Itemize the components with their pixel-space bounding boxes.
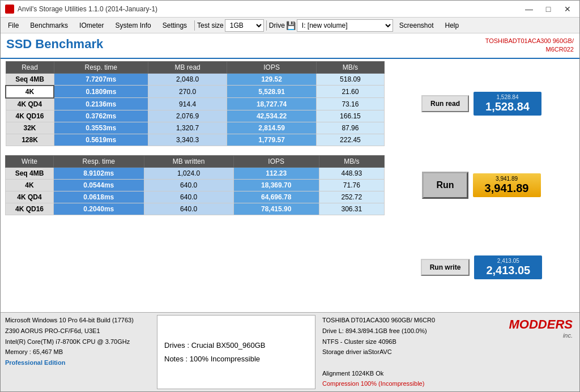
mb-written: 1,024.0: [144, 167, 233, 179]
sr-line7: Compression 100% (Incompressible): [322, 378, 502, 389]
mb-written: 640.0: [144, 179, 233, 191]
status-left: Microsoft Windows 10 Pro 64-bit Build (1…: [5, 315, 152, 389]
device-line2: M6CR022: [545, 46, 574, 53]
testsize-select[interactable]: 1GB 512MB 2GB 4GB: [225, 19, 264, 32]
sr-line3: NTFS - Cluster size 4096B: [322, 336, 502, 347]
table-row: Seq 4MB7.7207ms2,048.0129.52518.09: [6, 73, 385, 86]
mbs: 73.16: [316, 98, 384, 110]
maximize-button[interactable]: □: [541, 3, 556, 15]
mbs: 252.72: [319, 191, 384, 203]
title-bar: Anvil's Storage Utilities 1.1.0 (2014-Ja…: [1, 1, 579, 18]
write-score-small: 2,413.05: [480, 258, 536, 264]
row-label: 4K QD16: [6, 203, 54, 215]
pro-edition-label: Professional Edition: [5, 357, 152, 368]
run-button[interactable]: Run: [422, 172, 468, 199]
table-row: 4K QD40.2136ms914.418,727.7473.16: [6, 98, 385, 110]
testsize-label: Test size: [197, 22, 224, 29]
resp-time: 0.0618ms: [54, 191, 144, 203]
resp-time: 8.9102ms: [54, 167, 144, 179]
resp-time: 0.3762ms: [54, 110, 148, 122]
mbs: 71.76: [319, 179, 384, 191]
mb-read: 914.4: [148, 98, 227, 110]
app-icon: [5, 5, 14, 14]
minimize-button[interactable]: —: [522, 3, 536, 15]
modders-logo: MODDERS inc.: [507, 315, 575, 389]
menu-settings[interactable]: Settings: [157, 19, 192, 32]
mbs: 306.31: [319, 203, 384, 215]
status-right: TOSHIBA DT01ACA300 960GB/ M6CR0 Drive L:…: [320, 315, 502, 389]
table-row: 4K QD160.3762ms2,076.942,534.22166.15: [6, 110, 385, 122]
status-bar: Microsoft Windows 10 Pro 64-bit Build (1…: [1, 312, 579, 391]
table-row: 128K0.5619ms3,340.31,779.57222.45: [6, 134, 385, 146]
row-label: 32K: [6, 122, 54, 134]
sr-line4: Storage driver iaStorAVC: [322, 347, 502, 357]
iops: 78,415.90: [233, 203, 319, 215]
mbs: 166.15: [316, 110, 384, 122]
read-col-mb: MB read: [148, 61, 227, 73]
iops: 129.52: [227, 73, 316, 86]
mb-read: 2,076.9: [148, 110, 227, 122]
mb-written: 640.0: [144, 191, 233, 203]
sr-line2: Drive L: 894.3/894.1GB free (100.0%): [322, 326, 502, 336]
title-bar-controls: — □ ✕: [522, 3, 575, 15]
menu-iometer[interactable]: IOmeter: [74, 19, 109, 32]
read-score-box: 1,528.84 1,528.84: [474, 92, 541, 116]
overall-score-small: 3,941.89: [479, 176, 535, 182]
table-row: 4K0.1809ms270.05,528.9121.60: [6, 86, 385, 98]
menu-divider-1: [194, 20, 195, 31]
main-content: SSD Benchmark TOSHIBADT01ACA300 960GB/ M…: [1, 33, 579, 312]
sys-line1: Microsoft Windows 10 Pro 64-bit Build (1…: [5, 315, 152, 326]
menu-divider-2: [266, 20, 267, 31]
iops: 2,814.59: [227, 122, 316, 134]
mbs: 448.93: [319, 167, 384, 179]
write-col-iops: IOPS: [233, 155, 319, 167]
close-button[interactable]: ✕: [560, 3, 575, 15]
read-score-big: 1,528.84: [479, 100, 536, 113]
resp-time: 0.5619ms: [54, 134, 148, 146]
resp-time: 0.2040ms: [54, 203, 144, 215]
read-col-label: Read: [6, 61, 54, 73]
sys-line4: Memory : 65,467 MB: [5, 347, 152, 357]
write-table: Write Resp. time MB written IOPS MB/s Se…: [5, 155, 385, 215]
ssd-header: SSD Benchmark TOSHIBADT01ACA300 960GB/ M…: [1, 33, 579, 59]
right-column: Run read 1,528.84 1,528.84 Run 3,941.89 …: [388, 61, 575, 310]
menu-file[interactable]: File: [3, 19, 24, 32]
row-label: 4K QD16: [6, 110, 54, 122]
resp-time: 0.3553ms: [54, 122, 148, 134]
menu-benchmarks[interactable]: Benchmarks: [25, 19, 73, 32]
mb-written: 640.0: [144, 203, 233, 215]
table-row: 4K QD40.0618ms640.064,696.78252.72: [6, 191, 385, 203]
iops: 64,696.78: [233, 191, 319, 203]
run-write-button[interactable]: Run write: [421, 259, 470, 276]
screenshot-button[interactable]: Screenshot: [394, 19, 439, 32]
row-label: Seq 4MB: [6, 167, 54, 179]
iops: 1,779.57: [227, 134, 316, 146]
sys-line3: Intel(R) Core(TM) i7-8700K CPU @ 3.70GHz: [5, 336, 152, 347]
status-center: Drives : Crucial BX500_960GB Notes : 100…: [157, 315, 315, 389]
row-label: 128K: [6, 134, 54, 146]
device-line1: TOSHIBADT01ACA300 960GB/: [485, 37, 574, 44]
benchmark-area: Read Resp. time MB read IOPS MB/s Seq 4M…: [1, 59, 579, 312]
ssd-title: SSD Benchmark: [6, 37, 103, 52]
overall-score-big: 3,941.89: [479, 182, 535, 195]
write-col-mbs: MB/s: [319, 155, 384, 167]
drive-icon: 💾: [286, 21, 296, 30]
help-button[interactable]: Help: [440, 19, 464, 32]
drive-select[interactable]: I: [new volume]: [297, 19, 393, 32]
menu-sysinfo[interactable]: System Info: [110, 19, 156, 32]
table-row: 4K0.0544ms640.018,369.7071.76: [6, 179, 385, 191]
window-title: Anvil's Storage Utilities 1.1.0 (2014-Ja…: [18, 5, 157, 13]
write-score-big: 2,413.05: [480, 264, 536, 277]
sys-line2: Z390 AORUS PRO-CF/F6d, U3E1: [5, 326, 152, 336]
run-read-button[interactable]: Run read: [421, 95, 469, 112]
iops: 5,528.91: [227, 86, 316, 98]
row-label: 4K: [6, 86, 54, 98]
ssd-device: TOSHIBADT01ACA300 960GB/ M6CR022: [485, 37, 574, 54]
sr-line6: Alignment 1024KB Ok: [322, 368, 502, 379]
table-row: 4K QD160.2040ms640.078,415.90306.31: [6, 203, 385, 215]
iops: 112.23: [233, 167, 319, 179]
mbs: 21.60: [316, 86, 384, 98]
row-label: 4K QD4: [6, 191, 54, 203]
row-label: 4K: [6, 179, 54, 191]
menu-bar: File Benchmarks IOmeter System Info Sett…: [1, 18, 579, 33]
